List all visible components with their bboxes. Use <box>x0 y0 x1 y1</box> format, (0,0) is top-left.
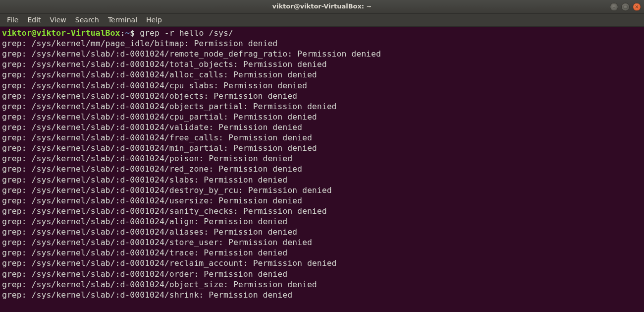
prompt-colon: : <box>120 28 125 38</box>
menu-edit[interactable]: Edit <box>23 14 45 26</box>
output-line: grep: /sys/kernel/slab/:d-0001024/object… <box>2 279 642 290</box>
prompt-path: ~ <box>125 28 130 38</box>
maximize-icon: ▢ <box>623 3 628 10</box>
output-line: grep: /sys/kernel/slab/:d-0001024/aliase… <box>2 227 642 237</box>
output-line: grep: /sys/kernel/slab/:d-0001024/cpu_sl… <box>2 80 642 91</box>
output-line: grep: /sys/kernel/slab/:d-0001024/valida… <box>2 122 642 132</box>
output-line: grep: /sys/kernel/slab/:d-0001024/total_… <box>2 59 642 69</box>
output-line: grep: /sys/kernel/slab/:d-0001024/object… <box>2 91 642 101</box>
output-line: grep: /sys/kernel/slab/:d-0001024/shrink… <box>2 290 642 300</box>
output-line: grep: /sys/kernel/slab/:d-0001024/poison… <box>2 153 642 164</box>
prompt-symbol: $ <box>130 28 140 38</box>
menu-help[interactable]: Help <box>142 14 166 26</box>
window-title: viktor@viktor-VirtualBox: ~ <box>272 2 372 11</box>
close-button[interactable]: × <box>633 2 641 11</box>
output-line: grep: /sys/kernel/slab/:d-0001024/usersi… <box>2 195 642 206</box>
minimize-icon: – <box>613 3 615 10</box>
menu-view[interactable]: View <box>46 14 70 26</box>
menu-file[interactable]: File <box>3 14 22 26</box>
prompt-line: viktor@viktor-VirtualBox:~$ grep -r hell… <box>2 28 642 38</box>
minimize-button[interactable]: – <box>610 2 618 11</box>
output-line: grep: /sys/kernel/slab/:d-0001024/min_pa… <box>2 143 642 153</box>
output-line: grep: /sys/kernel/slab/:d-0001024/order:… <box>2 269 642 279</box>
window-titlebar: viktor@viktor-VirtualBox: ~ – ▢ × <box>0 0 644 14</box>
output-line: grep: /sys/kernel/slab/:d-0001024/red_zo… <box>2 164 642 174</box>
output-line: grep: /sys/kernel/slab/:d-0001024/object… <box>2 101 642 112</box>
output-line: grep: /sys/kernel/slab/:d-0001024/alloc_… <box>2 69 642 80</box>
output-line: grep: /sys/kernel/slab/:d-0001024/remote… <box>2 49 642 59</box>
terminal-area[interactable]: viktor@viktor-VirtualBox:~$ grep -r hell… <box>0 27 644 301</box>
window-controls: – ▢ × <box>610 2 641 11</box>
menu-search[interactable]: Search <box>71 14 103 26</box>
menubar: File Edit View Search Terminal Help <box>0 14 644 27</box>
output-line: grep: /sys/kernel/slab/:d-0001024/destro… <box>2 185 642 195</box>
output-line: grep: /sys/kernel/slab/:d-0001024/free_c… <box>2 132 642 143</box>
output-line: grep: /sys/kernel/slab/:d-0001024/slabs:… <box>2 175 642 185</box>
output-line: grep: /sys/kernel/slab/:d-0001024/store_… <box>2 237 642 248</box>
output-line: grep: /sys/kernel/slab/:d-0001024/trace:… <box>2 248 642 258</box>
menu-terminal[interactable]: Terminal <box>104 14 141 26</box>
prompt-user-host: viktor@viktor-VirtualBox <box>2 28 120 38</box>
output-line: grep: /sys/kernel/slab/:d-0001024/align:… <box>2 216 642 227</box>
output-line: grep: /sys/kernel/mm/page_idle/bitmap: P… <box>2 38 642 49</box>
output-line: grep: /sys/kernel/slab/:d-0001024/cpu_pa… <box>2 112 642 122</box>
output-line: grep: /sys/kernel/slab/:d-0001024/sanity… <box>2 206 642 216</box>
maximize-button[interactable]: ▢ <box>621 2 630 11</box>
close-icon: × <box>635 3 639 10</box>
command-text: grep -r hello /sys/ <box>140 28 233 38</box>
output-line: grep: /sys/kernel/slab/:d-0001024/reclai… <box>2 258 642 268</box>
